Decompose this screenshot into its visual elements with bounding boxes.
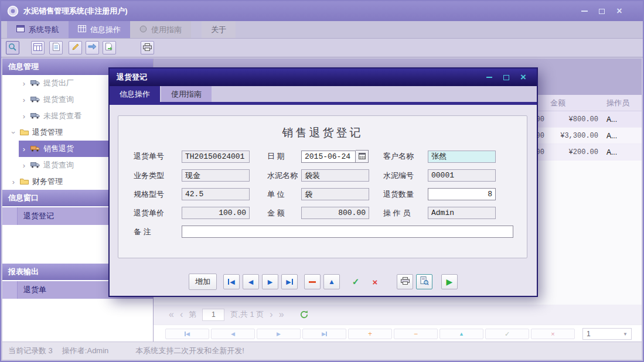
status-bar: 当前记录数 3 操作者:Admin 本系统支持二次开发和全新开发! bbox=[2, 341, 642, 360]
folder-icon bbox=[20, 177, 29, 186]
spec-label: 规格型号 bbox=[134, 189, 182, 200]
date-field[interactable] bbox=[301, 151, 356, 163]
page-number-input[interactable] bbox=[202, 309, 224, 321]
x-icon: × bbox=[373, 277, 378, 287]
grid-view-toolbar-button[interactable] bbox=[31, 41, 45, 54]
tab-info-operation[interactable]: 信息操作 bbox=[69, 21, 130, 38]
grid-prev-button[interactable]: ◀ bbox=[211, 329, 255, 339]
return-truck-icon bbox=[30, 145, 40, 153]
prev-record-button[interactable]: ◀ bbox=[243, 274, 259, 289]
add-button[interactable]: 增加 bbox=[189, 274, 217, 290]
preview-icon bbox=[420, 276, 429, 287]
grid-edit-button[interactable]: ▲ bbox=[439, 329, 483, 339]
first-record-icon: ◀ bbox=[230, 279, 234, 285]
page-prefix-label: 第 bbox=[189, 309, 196, 320]
row-gutter bbox=[2, 207, 18, 225]
delete-record-button[interactable] bbox=[304, 274, 321, 289]
remark-field[interactable] bbox=[182, 226, 513, 238]
query-toolbar-button[interactable] bbox=[6, 41, 19, 54]
column-header-operator[interactable]: 操作员 bbox=[606, 98, 642, 108]
next-page-icon[interactable]: › bbox=[270, 309, 272, 320]
document-toolbar-button[interactable] bbox=[49, 41, 63, 54]
truck-icon bbox=[30, 161, 40, 170]
dialog-tab-info-operation[interactable]: 信息操作 bbox=[110, 86, 160, 102]
dialog-maximize-icon[interactable] bbox=[502, 73, 510, 81]
titlebar: 水泥销售管理系统(非注册用户) × bbox=[1, 1, 643, 21]
order-no-field[interactable] bbox=[182, 151, 250, 163]
chevron-right-icon: › bbox=[21, 79, 27, 88]
export-toolbar-button[interactable] bbox=[103, 41, 116, 54]
preview-button[interactable] bbox=[416, 274, 432, 289]
check-icon: ✓ bbox=[352, 276, 360, 287]
close-icon[interactable]: × bbox=[615, 6, 624, 16]
form-groupbox: 销售退货登记 退货单号 日 期 客户名称 业务类型 水 bbox=[118, 115, 527, 258]
grid-icon bbox=[78, 25, 86, 34]
qty-field[interactable] bbox=[428, 188, 496, 200]
unit-field[interactable] bbox=[301, 188, 369, 200]
cancel-button[interactable]: × bbox=[367, 274, 383, 289]
chevron-right-icon: › bbox=[21, 145, 27, 153]
print-button[interactable] bbox=[397, 274, 413, 289]
edit-toolbar-button[interactable] bbox=[69, 41, 82, 54]
calendar-button[interactable] bbox=[356, 150, 369, 163]
status-note-label: 本系统支持二次开发和全新开发! bbox=[135, 346, 244, 356]
spec-field[interactable] bbox=[182, 188, 250, 200]
dialog-tab-user-guide[interactable]: 使用指南 bbox=[161, 86, 212, 102]
app-logo-icon bbox=[7, 5, 19, 17]
cement-name-field[interactable] bbox=[301, 169, 369, 182]
tab-system-nav[interactable]: 系统导航 bbox=[7, 21, 69, 38]
cement-name-label: 水泥名称 bbox=[267, 170, 301, 181]
prev-page-icon[interactable]: ‹ bbox=[180, 309, 183, 320]
last-record-button[interactable]: ▶ bbox=[281, 274, 298, 289]
amount-label: 金 额 bbox=[267, 208, 301, 218]
grid-next-button[interactable]: ▶ bbox=[257, 329, 301, 339]
execute-button[interactable]: ▶ bbox=[441, 274, 458, 289]
row-gutter bbox=[2, 281, 18, 299]
grid-first-button[interactable]: ◀ bbox=[165, 329, 209, 339]
amount-field[interactable] bbox=[301, 207, 369, 219]
arrow-right-icon bbox=[88, 43, 97, 52]
minus-icon bbox=[309, 281, 316, 283]
tab-user-guide[interactable]: 使用指南 bbox=[130, 21, 191, 38]
first-record-button[interactable]: ◀ bbox=[223, 274, 240, 289]
refresh-icon[interactable] bbox=[299, 310, 309, 319]
main-toolbar bbox=[1, 39, 643, 57]
transfer-toolbar-button[interactable] bbox=[86, 41, 99, 54]
window-controls: × bbox=[580, 6, 637, 16]
biz-type-field[interactable] bbox=[182, 169, 250, 182]
order-no-label: 退货单号 bbox=[134, 151, 182, 162]
chevron-right-icon: › bbox=[21, 161, 27, 170]
restore-icon[interactable] bbox=[597, 6, 606, 16]
biz-type-label: 业务类型 bbox=[134, 170, 182, 181]
dialog-minimize-icon[interactable] bbox=[485, 73, 493, 81]
tab-about[interactable]: 关于 bbox=[202, 21, 236, 38]
calendar-icon bbox=[359, 152, 366, 161]
minimize-icon[interactable] bbox=[580, 6, 589, 16]
last-page-icon[interactable]: » bbox=[279, 309, 284, 320]
window-title: 水泥销售管理系统(非注册用户) bbox=[23, 6, 128, 16]
cement-no-label: 水泥编号 bbox=[383, 170, 428, 181]
grid-cancel-button[interactable]: × bbox=[531, 329, 575, 339]
print-toolbar-button[interactable] bbox=[141, 41, 154, 54]
post-button[interactable]: ✓ bbox=[347, 274, 364, 289]
pencil-icon bbox=[71, 43, 80, 53]
grid-add-button[interactable]: + bbox=[348, 329, 392, 339]
window-grid-icon bbox=[16, 25, 25, 34]
customer-field[interactable] bbox=[428, 151, 496, 163]
grid-delete-button[interactable]: − bbox=[394, 329, 438, 339]
column-header-amount[interactable]: 金额 bbox=[550, 98, 598, 108]
first-page-icon[interactable]: « bbox=[169, 309, 174, 320]
grid-last-button[interactable]: ▶ bbox=[302, 329, 346, 339]
dialog-window-controls: × bbox=[485, 73, 530, 81]
operator-field[interactable] bbox=[428, 207, 496, 219]
grid-page-select[interactable]: 1 ▼ bbox=[582, 328, 632, 340]
cement-no-field[interactable] bbox=[428, 169, 496, 182]
price-label: 退货单价 bbox=[134, 208, 182, 218]
record-count-label: 当前记录数 3 bbox=[8, 346, 53, 356]
price-field[interactable] bbox=[182, 207, 250, 219]
remark-label: 备 注 bbox=[134, 227, 182, 237]
grid-post-button[interactable]: ✓ bbox=[485, 329, 529, 339]
edit-record-button[interactable]: ▲ bbox=[323, 274, 340, 289]
dialog-close-icon[interactable]: × bbox=[519, 73, 527, 81]
next-record-button[interactable]: ▶ bbox=[262, 274, 278, 289]
